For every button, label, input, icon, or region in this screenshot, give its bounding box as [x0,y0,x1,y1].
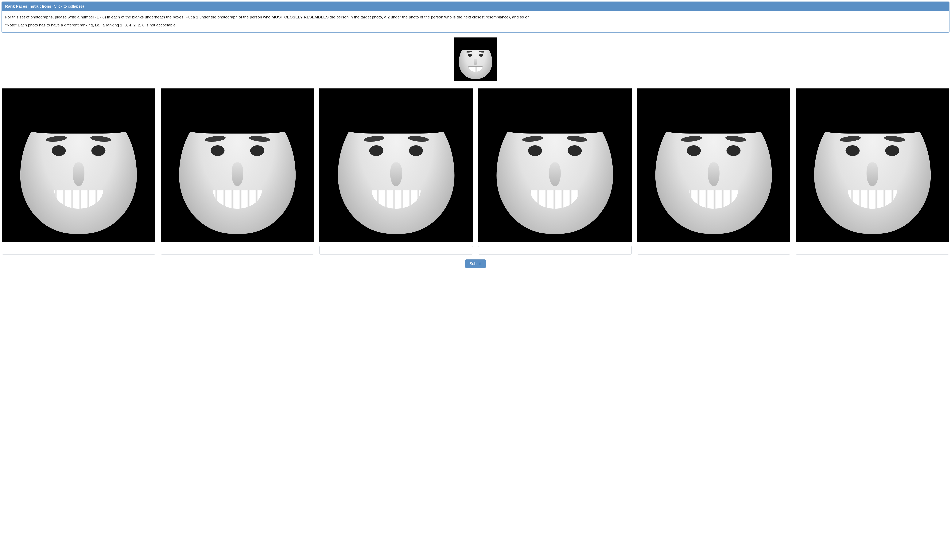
rank-input-5[interactable] [637,246,791,254]
candidate-row [2,88,949,254]
instructions-para-1: For this set of photographs, please writ… [5,14,946,20]
rank-input-6[interactable] [796,246,949,254]
candidate-column [2,88,155,254]
candidate-column [319,88,473,254]
rank-input-1[interactable] [2,246,155,254]
submit-wrap: Submit [2,260,949,271]
candidate-photo-4 [478,88,632,242]
candidate-photo-1 [2,88,155,242]
candidate-photo-3 [319,88,473,242]
rank-input-2[interactable] [161,246,314,254]
instructions-para-1-bold: MOST CLOSELY RESEMBLES [272,15,329,19]
instructions-para-1-text-b: the person in the target photo, a 2 unde… [329,15,531,19]
submit-button[interactable]: Submit [465,260,486,268]
target-photo-wrap [2,37,949,81]
candidate-photo-6 [796,88,949,242]
candidate-column [796,88,949,254]
instructions-body: For this set of photographs, please writ… [2,11,949,32]
target-photo [454,37,497,81]
instructions-panel: Rank Faces Instructions (Click to collap… [2,2,949,32]
instructions-para-2: *Note* Each photo has to have a differen… [5,22,946,28]
candidate-column [161,88,314,254]
instructions-header[interactable]: Rank Faces Instructions (Click to collap… [2,2,949,11]
instructions-title: Rank Faces Instructions [5,4,51,8]
rank-input-3[interactable] [319,246,473,254]
candidate-photo-5 [637,88,791,242]
candidate-column [478,88,632,254]
rank-input-4[interactable] [478,246,632,254]
collapse-hint: (Click to collapse) [52,4,84,8]
candidate-column [637,88,791,254]
instructions-para-1-text-a: For this set of photographs, please writ… [5,15,272,19]
candidate-photo-2 [161,88,314,242]
